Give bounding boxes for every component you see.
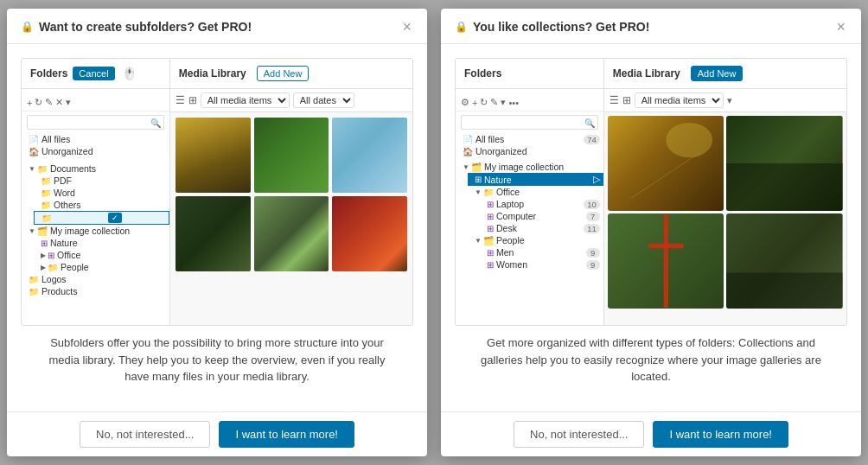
collection-icon: 🗂️ [37,226,48,236]
all-files-icon: 📄 [29,135,39,144]
media-image-2[interactable] [726,116,843,211]
grid-view-icon-2[interactable]: ⊞ [622,94,631,106]
desk-grid-icon: ⊞ [487,224,494,233]
dialog2-header: 🔒 You like collections? Get PRO! × [441,9,861,44]
folder-search-2: 🔍 [461,115,598,130]
edit-icon[interactable]: ✎ [45,97,53,108]
new-folder-input[interactable] [54,213,106,223]
dialog1-media-grid [170,112,412,277]
tree-item-allfiles[interactable]: 📄 All files [22,133,169,145]
filter-dropdown-arrow[interactable]: ▾ [727,95,732,106]
dialog2-media-section-header: Media Library Add New [604,59,846,88]
computer-grid-icon: ⊞ [487,212,494,221]
delete-icon[interactable]: ✕ [55,97,63,108]
cancel-button-preview[interactable]: Cancel [73,67,114,80]
dialog1-title: 🔒 Want to create subfolders? Get PRO! [21,20,252,34]
tree-item-people[interactable]: ▶ 📁 People [34,261,169,273]
add-new-button-preview1[interactable]: Add New [257,66,310,81]
nature-grid-icon: ⊞ [475,175,482,184]
tree-item-nature-2[interactable]: ⊞ Nature ▷ [468,173,603,186]
media-image-4[interactable] [726,213,843,309]
refresh-icon-2[interactable]: ↻ [480,97,488,108]
dialog1-preview-panel: Folders Cancel 🖱️ Media Library Add New … [21,58,413,326]
tree-item-others[interactable]: 📁 Others [34,199,169,211]
svg-rect-4 [726,163,843,211]
tree-item-office-2[interactable]: ▼ 📁 Office [468,186,603,198]
media-image-3[interactable] [608,213,724,309]
products-icon: 📁 [29,287,39,296]
nature-icon: ⊞ [41,239,48,248]
grid-view-icon[interactable]: ⊞ [188,94,197,106]
add-folder-icon[interactable]: + [27,98,32,108]
date-filter-select[interactable]: All dates [293,92,354,108]
media-filter-select[interactable]: All media items [201,92,290,108]
svg-rect-7 [648,244,683,248]
tree-item-office[interactable]: ▶ ⊞ Office [34,249,169,261]
dialog2-title: 🔒 You like collections? Get PRO! [455,20,649,34]
tree-item-my-image-collection-2[interactable]: ▼ 🗂️ My image collection [456,161,603,173]
media-image-1[interactable] [608,116,724,211]
tree-item-my-image-collection[interactable]: ▼ 🗂️ My image collection [22,225,169,237]
more-options-icon[interactable]: ••• [508,98,519,108]
folder-search-input-2[interactable] [461,115,598,130]
tree-item-pdf[interactable]: 📁 PDF [34,175,169,187]
dialog1-description: Subfolders offer you the possibility to … [21,326,413,398]
word-icon: 📁 [41,188,51,198]
add-new-button-preview2[interactable]: Add New [691,66,744,81]
media-thumb-4[interactable] [176,196,251,271]
tree-item-laptop[interactable]: ⊞ Laptop 10 [480,198,603,210]
cursor-pointer: 🖱️ [122,67,137,80]
list-view-icon[interactable]: ☰ [176,94,185,106]
tree-item-unorganized-2[interactable]: 🏠 Unorganized [456,145,603,157]
collection-children: ⊞ Nature ▶ ⊞ Office ▶ 📁 Peo [22,237,169,273]
office-icon-2: 📁 [483,188,494,197]
dialog2-folders-toolbar: ⚙ + ↻ ✎ ▾ ••• [456,94,603,111]
tree-item-men[interactable]: ⊞ Men 9 [480,246,603,258]
dialog2-no-button[interactable]: No, not interested... [514,421,644,448]
tree-item-new-folder[interactable]: 📁 ✓ [34,211,169,225]
tree-item-documents[interactable]: ▼ 📁 Documents [22,162,169,175]
media-thumb-1[interactable] [176,118,251,193]
media-thumb-5[interactable] [254,196,329,271]
more-icon[interactable]: ▾ [66,97,71,108]
dialog-subfolders: 🔒 Want to create subfolders? Get PRO! × … [7,9,427,456]
tree-item-nature[interactable]: ⊞ Nature [34,237,169,249]
dialog1-header: 🔒 Want to create subfolders? Get PRO! × [7,9,427,44]
list-view-icon-2[interactable]: ☰ [610,94,619,106]
confirm-add-folder-btn[interactable]: ✓ [108,213,122,223]
documents-icon: 📁 [37,164,48,174]
dialog1-yes-button[interactable]: I want to learn more! [219,421,354,448]
dialog1-no-button[interactable]: No, not interested... [80,421,210,448]
collection-icon-2: 🗂️ [471,162,482,172]
dialog2-close-button[interactable]: × [834,19,847,35]
all-files-icon-2: 📄 [463,135,473,144]
unorganized-icon: 🏠 [29,147,39,156]
tree-item-people-2[interactable]: ▼ 🗂️ People [468,234,603,246]
tree-item-women[interactable]: ⊞ Women 9 [480,258,603,271]
tree-item-word[interactable]: 📁 Word [34,187,169,199]
media-thumb-3[interactable] [332,118,407,193]
refresh-icon[interactable]: ↻ [35,97,42,108]
add-icon[interactable]: + [472,98,477,108]
dialog2-yes-button[interactable]: I want to learn more! [653,421,788,448]
dialog1-folders-section-header: Folders Cancel 🖱️ [22,59,170,88]
media-thumb-6[interactable] [332,196,407,271]
media-thumb-2[interactable] [254,118,329,193]
tree-item-unorganized[interactable]: 🏠 Unorganized [22,145,169,157]
tree-item-products[interactable]: 📁 Products [22,285,169,297]
dialog2-preview-panel: Folders Media Library Add New ⚙ + ↻ [455,58,847,326]
tree-item-logos[interactable]: 📁 Logos [22,273,169,285]
folder-search-input[interactable] [27,115,164,130]
edit-icon-2[interactable]: ✎ [490,97,498,108]
dialog1-footer: No, not interested... I want to learn mo… [7,411,427,456]
media-filter-select-2[interactable]: All media items [635,92,724,108]
more-icon-2[interactable]: ▾ [501,97,506,108]
tree-item-allfiles-2[interactable]: 📄 All files 74 [456,133,603,145]
search-icon: 🔍 [150,118,161,127]
tree-item-computer[interactable]: ⊞ Computer 7 [480,210,603,222]
svg-point-1 [666,123,712,157]
settings-icon[interactable]: ⚙ [461,97,469,108]
tree-item-desk[interactable]: ⊞ Desk 11 [480,222,603,234]
dialog1-close-button[interactable]: × [400,19,413,35]
women-grid-icon: ⊞ [487,260,494,270]
